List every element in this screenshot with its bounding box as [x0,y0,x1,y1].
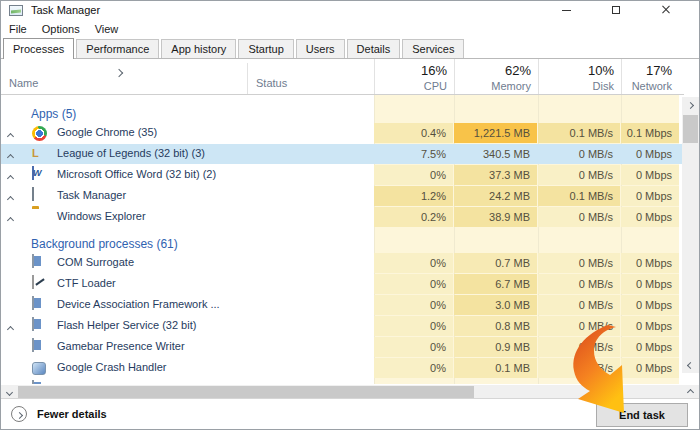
memory-cell: 0.7 MB [454,253,537,273]
disk-cell: 0.1 MB/s [538,123,620,143]
expand-chevron-icon[interactable] [8,150,13,162]
disk-cell: 0 MB/s [538,253,620,273]
process-name: COM Surrogate [57,256,134,268]
window-title: Task Manager [31,4,100,16]
end-task-button[interactable]: End task [596,403,688,427]
fewer-details-toggle[interactable]: Fewer details [11,406,107,422]
process-row-microsoft-office-word-32-bit-2[interactable]: Microsoft Office Word (32 bit) (2)0%37.3… [1,165,684,185]
menu-view[interactable]: View [95,23,119,35]
process-row-gamebar-presence-writer[interactable]: Gamebar Presence Writer0%0.9 MB0 MB/s0 M… [1,337,684,357]
process-row-ctf-loader[interactable]: CTF Loader0%6.7 MB0 MB/s0 Mbps [1,274,684,294]
cpu-cell: 0% [374,253,453,273]
scroll-up-icon[interactable] [682,97,699,113]
vertical-scrollbar[interactable] [682,97,699,373]
network-cell: 0 Mbps [621,274,679,294]
minimize-icon[interactable] [541,1,591,19]
sort-ascending-icon [116,66,122,78]
cpu-cell: 7.5% [374,144,453,164]
network-cell: 0 Mbps [621,144,679,164]
maximize-icon[interactable] [591,1,641,19]
process-row-task-manager[interactable]: Task Manager1.2%24.2 MB0.1 MB/s0 Mbps [1,186,684,206]
generic-window-icon [32,296,34,310]
tab-users[interactable]: Users [296,39,345,58]
column-label: Network [622,80,672,92]
disk-cell: 0 MB/s [538,165,620,185]
section-header-apps-5: Apps (5) [1,105,684,123]
process-row-league-of-legends-32-bit-3[interactable]: League of Legends (32 bit) (3)7.5%340.5 … [1,144,684,164]
column-total-percent: 10% [539,63,614,78]
word-icon [32,166,34,180]
tab-startup[interactable]: Startup [238,39,293,58]
task-manager-icon [9,5,23,16]
column-total-percent: 16% [375,63,447,78]
cpu-cell: 0% [374,295,453,315]
memory-cell: 3.0 MB [454,295,537,315]
process-name: Flash Helper Service (32 bit) [57,319,196,331]
column-label: CPU [375,80,447,92]
process-name: Task Manager [57,189,126,201]
fewer-details-label: Fewer details [37,408,107,420]
disk-cell: 0 MB/s [538,207,620,227]
process-name: League of Legends (32 bit) (3) [57,147,205,159]
menu-options[interactable]: Options [42,23,80,35]
tab-performance[interactable]: Performance [76,39,159,58]
memory-cell: 37.3 MB [454,165,537,185]
process-row-google-chrome-35[interactable]: Google Chrome (35)0.4%1,221.5 MB0.1 MB/s… [1,123,684,143]
network-cell: 0 Mbps [621,316,679,336]
column-header-network[interactable]: 17%Network [621,59,679,94]
column-header-memory[interactable]: 62%Memory [454,59,538,94]
disk-cell: 0 MB/s [538,316,620,336]
memory-cell: 24.2 MB [454,186,537,206]
column-header-disk[interactable]: 10%Disk [538,59,621,94]
process-list: Apps (5)Google Chrome (35)0.4%1,221.5 MB… [1,95,684,384]
menu-file[interactable]: File [9,23,27,35]
column-label: Memory [455,80,531,92]
expand-chevron-icon[interactable] [8,192,13,204]
expand-chevron-icon[interactable] [8,213,13,225]
expand-chevron-icon[interactable] [8,129,13,141]
close-icon[interactable] [641,1,691,19]
process-name: Google Crash Handler [57,361,166,373]
generic-window-icon [32,254,34,268]
vertical-scrollbar-thumb[interactable] [683,115,698,143]
scroll-down-icon[interactable] [682,357,699,373]
process-row-google-crash-handler[interactable]: Google Crash Handler0%0.1 MB0 MB/s0 Mbps [1,358,684,378]
task-manager-window: Task Manager FileOptionsView ProcessesPe… [0,0,700,430]
tab-strip: ProcessesPerformanceApp historyStartupUs… [1,38,699,59]
tab-details[interactable]: Details [347,39,401,58]
column-header-name[interactable]: Name [9,77,38,89]
cpu-cell: 0.2% [374,207,453,227]
expand-chevron-icon[interactable] [8,322,13,334]
network-cell: 0 Mbps [621,207,679,227]
memory-cell: 38.9 MB [454,207,537,227]
process-row-device-association-framework[interactable]: Device Association Framework ...0%3.0 MB… [1,295,684,315]
column-total-percent: 62% [455,63,531,78]
tab-services[interactable]: Services [402,39,464,58]
cpu-cell: 1.2% [374,186,453,206]
tab-app-history[interactable]: App history [161,39,236,58]
network-cell: 0 Mbps [621,358,679,378]
column-divider [247,63,248,94]
memory-cell: 0.1 MB [454,358,537,378]
tab-processes[interactable]: Processes [3,38,74,59]
column-label: Disk [539,80,614,92]
network-cell: 0 Mbps [621,337,679,357]
process-row-flash-helper-service-32-bit[interactable]: Flash Helper Service (32 bit)0%0.8 MB0 M… [1,316,684,336]
disk-cell: 0 MB/s [538,274,620,294]
google-crash-handler-icon [32,362,46,375]
column-total-percent: 17% [622,63,672,78]
memory-cell: 340.5 MB [454,144,537,164]
expand-chevron-icon[interactable] [8,171,13,183]
disk-cell: 0 MB/s [538,295,620,315]
column-header-cpu[interactable]: 16%CPU [374,59,454,94]
partial-process-row[interactable] [1,379,684,384]
process-row-com-surrogate[interactable]: COM Surrogate0%0.7 MB0 MB/s0 Mbps [1,253,684,273]
bottom-bar: Fewer details End task [1,398,699,429]
column-header-status[interactable]: Status [256,77,287,89]
network-cell: 0 Mbps [621,295,679,315]
network-cell: 0.1 Mbps [621,123,679,143]
disk-cell: 0.1 MB/s [538,186,620,206]
network-cell: 0 Mbps [621,253,679,273]
network-cell: 0 Mbps [621,186,679,206]
process-row-windows-explorer[interactable]: Windows Explorer0.2%38.9 MB0 MB/s0 Mbps [1,207,684,227]
